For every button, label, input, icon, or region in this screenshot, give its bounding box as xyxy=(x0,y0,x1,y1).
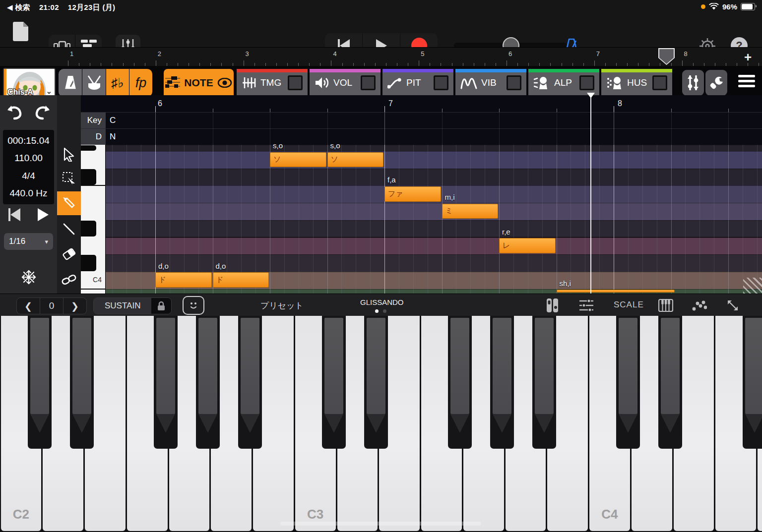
tab-tmg-checkbox[interactable] xyxy=(288,75,303,90)
tool-tie[interactable] xyxy=(57,269,81,291)
piano-roll-ruler[interactable]: 678 xyxy=(81,95,762,112)
menu-button[interactable] xyxy=(738,75,755,87)
black-key[interactable] xyxy=(616,316,640,449)
editor-rewind-button[interactable] xyxy=(8,208,20,221)
accidentals-button[interactable]: ♯♭ xyxy=(106,69,129,97)
black-key[interactable] xyxy=(743,316,762,449)
expand-keyboard-button[interactable] xyxy=(722,296,744,315)
black-key[interactable] xyxy=(658,316,682,449)
playhead-marker[interactable] xyxy=(587,93,595,98)
alp-icon xyxy=(533,75,550,90)
arpeggio-button[interactable] xyxy=(689,296,710,315)
mini-black-key-F#4[interactable] xyxy=(81,169,96,185)
note-grid[interactable]: ドd,oドd,oソs,oソs,oファf,aミm,iレr,esh,i xyxy=(106,145,762,294)
octave-up-button[interactable]: ❯ xyxy=(63,298,86,314)
black-key[interactable] xyxy=(28,316,52,449)
playhead-line[interactable] xyxy=(590,95,591,294)
tab-vol-checkbox[interactable] xyxy=(361,75,376,90)
pitch-row-C#4[interactable] xyxy=(106,254,762,272)
tab-note[interactable]: NOTE xyxy=(164,69,234,97)
note-ド[interactable]: ド xyxy=(213,272,269,288)
tool-pointer[interactable] xyxy=(57,144,81,166)
dynamics-row[interactable]: D N xyxy=(81,128,762,145)
preset-label[interactable]: プリセット xyxy=(260,300,304,311)
note-ド[interactable]: ド xyxy=(155,272,212,288)
dynamics-button[interactable]: fp xyxy=(129,69,152,97)
mini-black-key-D#4[interactable] xyxy=(81,221,96,237)
grid-snap-select[interactable]: 1/16 ▾ xyxy=(4,233,53,250)
note-ソ[interactable]: ソ xyxy=(327,152,384,168)
song-info-display[interactable]: 000:15.04 110.00 4/4 440.0 Hz xyxy=(3,130,54,204)
pitch-row-D4[interactable] xyxy=(106,237,762,255)
note-レ[interactable]: レ xyxy=(499,238,556,253)
tab-hus-checkbox[interactable] xyxy=(652,75,667,90)
editor-play-button[interactable] xyxy=(38,208,49,221)
tool-marquee-select[interactable] xyxy=(57,168,81,189)
expression-button[interactable] xyxy=(183,296,204,315)
black-key[interactable] xyxy=(70,316,94,449)
file-button[interactable] xyxy=(12,21,30,42)
sustain-lock[interactable] xyxy=(151,298,171,314)
layout-cards-button[interactable] xyxy=(542,296,564,315)
pitch-row-D#4[interactable] xyxy=(106,220,762,237)
track-faders-button[interactable] xyxy=(682,70,704,96)
vertical-faders-icon xyxy=(686,74,700,91)
black-key[interactable] xyxy=(532,316,556,449)
black-key[interactable] xyxy=(364,316,388,449)
pitch-row-F#4[interactable] xyxy=(106,169,762,186)
note-シ[interactable] xyxy=(557,290,675,293)
black-key[interactable] xyxy=(154,316,178,449)
note-ファ[interactable]: ファ xyxy=(384,186,441,202)
drum-track-button[interactable] xyxy=(82,69,106,97)
pitch-row-G#4[interactable] xyxy=(106,145,762,151)
tool-eraser[interactable] xyxy=(57,243,81,265)
sustain-button[interactable]: SUSTAIN xyxy=(93,297,172,314)
pr-measure-number: 8 xyxy=(618,99,622,108)
black-key[interactable] xyxy=(448,316,472,449)
scale-button[interactable]: SCALE xyxy=(614,300,644,310)
keyboard-mode-button[interactable] xyxy=(655,296,677,315)
keyboard-scroll-indicator[interactable] xyxy=(280,522,481,526)
tool-line[interactable] xyxy=(57,218,81,240)
header-grid-line xyxy=(155,112,156,145)
grid-line xyxy=(112,145,113,294)
tool-pencil[interactable] xyxy=(57,191,81,215)
black-key[interactable] xyxy=(490,316,514,449)
onscreen-piano-keyboard[interactable]: C2C3C4 xyxy=(0,316,762,532)
tab-tmg[interactable]: TMG xyxy=(237,69,308,97)
click-track-button[interactable] xyxy=(59,69,82,97)
tab-alp-checkbox[interactable] xyxy=(579,75,594,90)
tab-pit[interactable]: PIT xyxy=(382,69,453,97)
add-measure-button[interactable]: + xyxy=(744,50,752,65)
mini-black-key-G#4[interactable] xyxy=(81,145,96,151)
octave-down-button[interactable]: ❮ xyxy=(17,298,40,314)
singer-selector[interactable]: Chis-A ⌄ xyxy=(3,68,56,99)
mini-black-key-C#4[interactable] xyxy=(81,255,96,271)
black-key[interactable] xyxy=(196,316,220,449)
tab-color-stripe xyxy=(310,69,381,72)
glissando-label[interactable]: GLISSANDO xyxy=(360,298,404,306)
pitch-row-G4[interactable] xyxy=(106,151,762,169)
black-key[interactable] xyxy=(238,316,262,449)
freeze-button[interactable] xyxy=(21,270,36,285)
tab-vol[interactable]: VOL xyxy=(310,69,381,97)
key-row-value: C xyxy=(110,116,116,125)
song-overview-ruler[interactable]: 12345678 xyxy=(0,47,762,66)
note-ソ[interactable]: ソ xyxy=(270,152,326,168)
black-key[interactable] xyxy=(322,316,346,449)
tab-vib-checkbox[interactable] xyxy=(507,75,521,90)
page-dots[interactable] xyxy=(375,309,386,313)
keyboard-settings-button[interactable] xyxy=(575,296,597,315)
note-ミ[interactable]: ミ xyxy=(442,204,499,219)
eye-icon xyxy=(217,78,232,88)
tab-hus[interactable]: HUS xyxy=(601,69,672,97)
key-row[interactable]: Key C xyxy=(81,112,762,128)
mini-piano-column[interactable]: C4 xyxy=(81,145,106,294)
back-to-search-link[interactable]: ◀ 検索 xyxy=(7,3,30,12)
undo-button[interactable] xyxy=(5,105,23,120)
track-settings-button[interactable] xyxy=(705,70,727,96)
tab-pit-checkbox[interactable] xyxy=(434,75,448,90)
pitch-row-E4[interactable] xyxy=(106,203,762,220)
redo-button[interactable] xyxy=(34,105,52,120)
tab-vib[interactable]: VIB xyxy=(455,69,526,97)
